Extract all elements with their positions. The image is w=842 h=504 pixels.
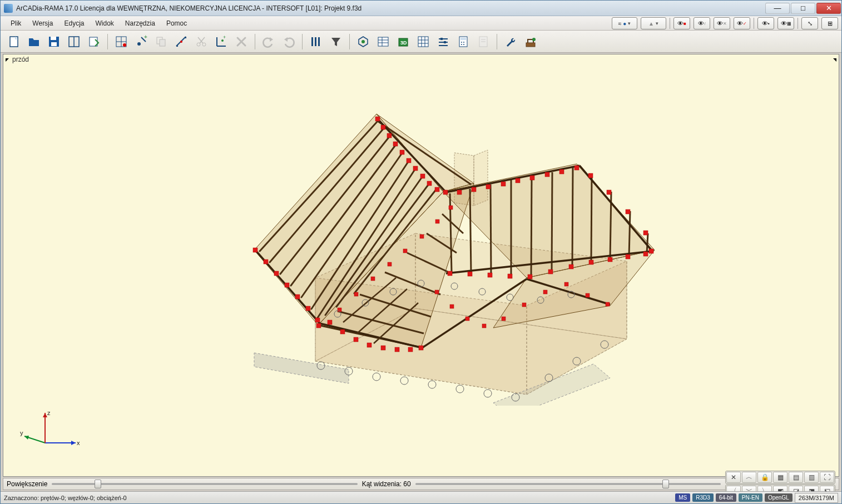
svg-rect-115	[315, 318, 320, 322]
app-window: ArCADia-RAMA 17.0 Licencja dla WEWNĘTRZN…	[0, 0, 842, 504]
svg-rect-53	[526, 43, 535, 47]
grid-snap-button[interactable]	[112, 33, 130, 51]
nav-lock-button[interactable]: 🔒	[757, 472, 772, 483]
zoom-slider-thumb[interactable]	[95, 480, 101, 488]
menu-wersja[interactable]: Wersja	[27, 18, 58, 29]
nav-grid3-button[interactable]: ▥	[804, 472, 819, 483]
svg-rect-172	[482, 324, 486, 328]
nav-up-button[interactable]: ︿	[742, 472, 756, 483]
menu-widok[interactable]: Widok	[90, 18, 120, 29]
angle-slider-thumb[interactable]	[662, 480, 669, 488]
menu-plik[interactable]: Plik	[5, 18, 27, 29]
window-title: ArCADia-RAMA 17.0 Licencja dla WEWNĘTRZN…	[16, 4, 361, 12]
tools-button[interactable]	[522, 33, 539, 51]
svg-rect-45	[460, 38, 466, 40]
filter-dropdown-2[interactable]: ▲	[641, 17, 666, 29]
angle-slider[interactable]	[415, 480, 721, 488]
sections-button[interactable]	[307, 33, 325, 51]
viewport-container: przód	[1, 53, 841, 503]
export-button[interactable]	[85, 33, 103, 51]
svg-text:+: +	[144, 35, 147, 40]
maximize-button[interactable]: □	[791, 3, 815, 14]
svg-point-184	[456, 385, 464, 393]
svg-point-27	[361, 40, 365, 43]
svg-marker-22	[284, 37, 288, 42]
svg-rect-117	[375, 117, 380, 121]
visibility-btn-5[interactable]: 👁▪	[757, 17, 774, 29]
nav-crosshair-button[interactable]: ✕	[726, 472, 741, 483]
visibility-btn-6[interactable]: 👁▦	[777, 17, 794, 29]
view-3d-button[interactable]: 3D	[394, 33, 412, 51]
svg-rect-162	[528, 275, 532, 279]
visibility-btn-2[interactable]: 👁/	[694, 17, 710, 29]
coord-button[interactable]: +	[212, 33, 230, 51]
filter-dropdown-1[interactable]: ≈●	[612, 17, 637, 29]
nav-grid1-button[interactable]: ▦	[773, 472, 787, 483]
settings-sliders-button[interactable]	[434, 33, 452, 51]
nav-fit-button[interactable]: ⛶	[820, 472, 834, 483]
svg-rect-146	[486, 184, 491, 189]
redo-button[interactable]	[280, 33, 298, 51]
svg-point-183	[428, 381, 436, 388]
visibility-btn-4[interactable]: 👁✓	[734, 17, 750, 29]
svg-line-91	[531, 176, 532, 277]
table-button[interactable]	[374, 33, 392, 51]
svg-point-49	[463, 44, 464, 45]
svg-rect-173	[502, 317, 506, 321]
nav-grid2-button[interactable]: ▤	[789, 472, 803, 483]
svg-rect-123	[413, 166, 418, 171]
axis-x-label: x	[77, 440, 80, 446]
svg-rect-127	[443, 190, 448, 194]
add-node-button[interactable]: +	[132, 33, 150, 51]
svg-point-46	[461, 42, 462, 43]
selection-status: Zaznaczono: prętów-0; węzłów-0; obciążeń…	[4, 495, 127, 501]
status-chip-pnen: PN-EN	[739, 493, 762, 502]
svg-rect-156	[643, 231, 648, 235]
report-button[interactable]	[474, 33, 492, 51]
svg-rect-152	[574, 166, 579, 170]
svg-rect-24	[315, 37, 316, 46]
copy-button[interactable]	[152, 33, 170, 51]
svg-rect-42	[440, 38, 443, 40]
layout-button[interactable]	[65, 33, 83, 51]
wrench-button[interactable]	[502, 33, 519, 51]
viewport-3d[interactable]: przód	[3, 54, 839, 477]
svg-rect-177	[586, 293, 590, 297]
svg-rect-28	[378, 37, 388, 46]
minimize-button[interactable]: —	[765, 3, 790, 14]
visibility-btn-3[interactable]: 👁✕	[714, 17, 730, 29]
measure-button[interactable]	[172, 33, 190, 51]
svg-rect-135	[419, 346, 423, 350]
svg-point-48	[461, 44, 462, 45]
status-chip-r3d3: R3D3	[692, 493, 714, 502]
svg-point-47	[463, 42, 464, 43]
menu-edycja[interactable]: Edycja	[58, 18, 90, 29]
visibility-btn-1[interactable]: 👁■	[673, 17, 690, 29]
model-3d	[171, 94, 671, 406]
close-button[interactable]: ✕	[816, 3, 841, 14]
save-button[interactable]	[45, 33, 63, 51]
svg-rect-154	[607, 190, 611, 194]
view-label: przód	[12, 56, 29, 63]
grid-toggle-btn[interactable]: ⊞	[821, 17, 838, 29]
open-file-button[interactable]	[25, 33, 43, 51]
new-file-button[interactable]	[5, 33, 23, 51]
axis-y-label: y	[20, 430, 23, 436]
menu-narzedzia[interactable]: Narzędzia	[120, 18, 161, 29]
svg-rect-161	[508, 274, 512, 278]
calc-button[interactable]	[454, 33, 472, 51]
menu-pomoc[interactable]: Pomoc	[161, 18, 192, 29]
cut-button[interactable]	[192, 33, 210, 51]
analyze-button[interactable]	[354, 33, 372, 51]
zoom-slider[interactable]	[52, 480, 357, 488]
svg-rect-25	[318, 37, 320, 46]
filter-button[interactable]	[327, 33, 345, 51]
statusbar: Zaznaczono: prętów-0; węzłów-0; obciążeń…	[1, 491, 841, 503]
svg-rect-34	[418, 37, 428, 47]
delete-button[interactable]	[232, 33, 250, 51]
undo-button[interactable]	[260, 33, 278, 51]
svg-rect-23	[311, 37, 313, 46]
expand-btn[interactable]: ⤡	[801, 17, 818, 29]
spreadsheet-button[interactable]	[414, 33, 432, 51]
svg-rect-118	[381, 125, 385, 129]
